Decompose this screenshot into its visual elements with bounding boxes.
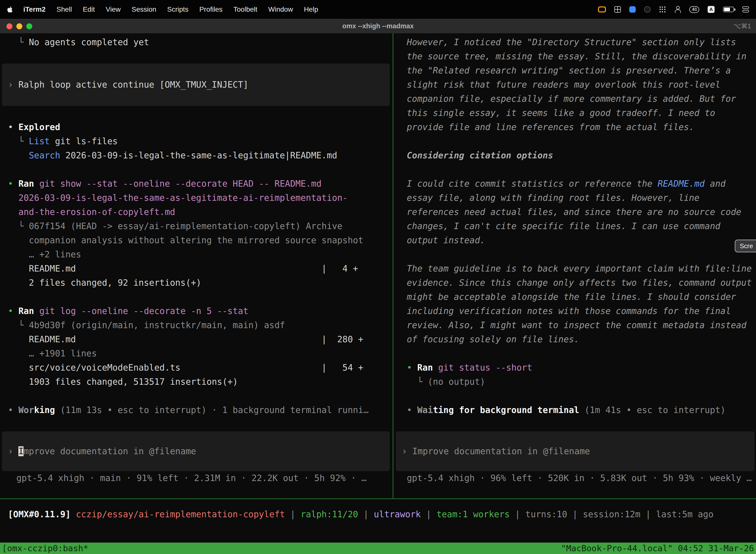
terminal-line: └ (no output) — [407, 375, 756, 389]
tmux-status-bar: [omx-cczip0:bash* "MacBook-Pro-44.local"… — [0, 543, 756, 554]
text-segment: essay file, along with finding root file… — [407, 193, 699, 203]
terminal-line: including verification notes with those … — [407, 304, 756, 318]
text-segment: Ran — [18, 306, 39, 316]
menu-item-iterm2[interactable]: iTerm2 — [23, 5, 46, 13]
text-segment: evidence. Since this change only affects… — [407, 278, 752, 288]
screen-recording-indicator-icon[interactable] — [598, 6, 606, 12]
text-segment: ting for background terminal — [433, 405, 579, 415]
terminal-line: Search 2026-03-09-is-legal-the-same-as-l… — [8, 149, 392, 163]
menu-item-shell[interactable]: Shell — [57, 5, 72, 13]
terminal-line: the source tree, missing the essay. Stil… — [407, 49, 756, 63]
battery-icon[interactable] — [723, 7, 734, 12]
menu-item-view[interactable]: View — [106, 5, 121, 13]
blue-app-icon[interactable] — [629, 6, 636, 13]
terminal-line: output instead. — [407, 233, 756, 247]
apple-menu-icon[interactable] — [7, 6, 13, 13]
text-segment: › — [8, 446, 18, 456]
terminal-line: • Ran git status --short — [407, 361, 756, 375]
text-segment: No agents completed yet — [29, 37, 149, 47]
text-segment: review. Also, I might want to inspect th… — [407, 320, 747, 330]
zoom-button[interactable] — [26, 23, 32, 29]
text-segment: • — [8, 122, 18, 132]
text-segment: git status --short — [438, 363, 532, 373]
menu-item-toolbelt[interactable]: Toolbelt — [233, 5, 257, 13]
control-center-icon[interactable] — [742, 6, 749, 12]
terminal-line: └ 067f154 (HEAD -> essay/ai-reimplementa… — [8, 219, 392, 233]
text-segment: references need actual files, and since … — [407, 207, 741, 217]
text-segment: Wai — [417, 405, 433, 415]
input-source-icon[interactable]: A — [708, 6, 714, 13]
menu-item-scripts[interactable]: Scripts — [167, 5, 189, 13]
screen-share-chip[interactable]: Scre — [735, 239, 756, 253]
dark-app-icon[interactable] — [644, 6, 650, 13]
text-segment: git show --stat --oneline --decorate HEA… — [39, 179, 321, 189]
text-segment: (1m 41s • esc to interrupt) — [579, 405, 726, 415]
text-segment: of focusing solely on file lines. — [407, 334, 579, 344]
traffic-lights — [0, 23, 32, 29]
text-segment: companion analysis without altering the … — [8, 235, 363, 245]
text-segment: session:12m — [583, 509, 640, 519]
menu-item-profiles[interactable]: Profiles — [199, 5, 223, 13]
text-segment: team:1 workers — [437, 509, 510, 519]
reasoning-heading: Considering citation options — [407, 149, 756, 163]
text-segment: However, I noticed the "Directory Struct… — [407, 37, 736, 47]
window-grid-icon[interactable] — [614, 6, 621, 13]
text-segment: 4b9d30f (origin/main, instructkr/main, m… — [29, 320, 285, 330]
text-segment: 067f154 (HEAD -> essay/ai-reimplementati… — [29, 221, 342, 231]
text-segment: README.md | 280 + — [8, 334, 363, 344]
terminal-line: 2 files changed, 92 insertions(+) — [8, 276, 392, 290]
menu-item-edit[interactable]: Edit — [83, 5, 95, 13]
terminal-line: I could cite commit statistics or refere… — [407, 177, 756, 191]
text-segment: Considering citation options — [407, 151, 553, 160]
terminal-line: 2026-03-09-is-legal-the-same-as-legitima… — [8, 191, 392, 205]
text-segment — [8, 151, 29, 160]
text-segment: this single essay, it seems like a good … — [407, 108, 715, 118]
menu-item-session[interactable]: Session — [131, 5, 156, 13]
text-segment: Wor — [18, 405, 34, 415]
text-segment: 2026-03-09-is-legal-the-same-as-legitima… — [60, 151, 337, 160]
terminal-blank — [8, 290, 392, 304]
text-segment: Search — [29, 151, 60, 160]
waiting-indicator: • Waiting for background terminal (1m 41… — [407, 403, 756, 417]
text-segment: └ — [8, 136, 29, 146]
terminal-blank — [407, 417, 756, 431]
text-segment: └ — [8, 37, 29, 47]
text-segment: (no output) — [428, 377, 485, 387]
text-segment: | — [358, 509, 374, 519]
prompt-input-right[interactable]: › Improve documentation in @filename — [396, 431, 755, 471]
terminal-line: • Ran git log --oneline --decorate -n 5 … — [8, 304, 392, 318]
menu-item-window[interactable]: Window — [268, 5, 293, 13]
window-title-bar: omx --xhigh --madmax ⌥⌘1 — [0, 19, 756, 33]
minimize-button[interactable] — [16, 23, 22, 29]
menu-items: iTerm2ShellEditViewSessionScriptsProfile… — [23, 5, 318, 13]
terminal-line: 1903 files changed, 513517 insertions(+) — [8, 375, 392, 389]
app-launcher-dots-icon[interactable] — [659, 6, 666, 13]
text-segment: Explored — [18, 122, 60, 132]
menu-bar: iTerm2ShellEditViewSessionScriptsProfile… — [0, 0, 756, 19]
text-segment: • — [8, 405, 18, 415]
text-segment: turns:10 — [525, 509, 567, 519]
text-segment: Ralph loop active continue [OMX_TMUX_INJ… — [18, 80, 248, 90]
load-gauge-icon[interactable]: .61 — [689, 6, 699, 13]
menu-item-help[interactable]: Help — [304, 5, 318, 13]
terminal-line: and-the-erosion-of-copyleft.md — [8, 205, 392, 219]
tmux-window-list[interactable]: [omx-cczip0:bash* — [2, 543, 88, 554]
close-button[interactable] — [6, 23, 12, 29]
text-segment: README.md — [657, 179, 705, 189]
prompt-input-left[interactable]: › Improve documentation in @filename — [2, 431, 390, 471]
text-segment: cczip/essay/ai-reimplementation-copyleft — [76, 509, 285, 519]
text-segment: slight risk that future readers may over… — [407, 80, 720, 90]
terminal-line: • Explored — [8, 120, 392, 134]
terminal-blank — [407, 247, 756, 262]
text-segment: └ — [407, 377, 428, 387]
terminal-line: The team guideline is to back every impo… — [407, 262, 756, 276]
terminal-line: the "Related research writing" section i… — [407, 63, 756, 78]
text-segment: └ — [8, 221, 29, 231]
menu-bar-status-icons: .61 A — [598, 6, 749, 13]
terminal-line: changes, I can't cite specific file line… — [407, 219, 756, 233]
text-segment: ultrawork — [374, 509, 421, 519]
person-icon[interactable] — [674, 6, 681, 13]
terminal-line: └ List git ls-files — [8, 134, 392, 149]
terminal-blank — [8, 49, 392, 63]
text-segment: mprove documentation in @filename — [23, 446, 196, 456]
